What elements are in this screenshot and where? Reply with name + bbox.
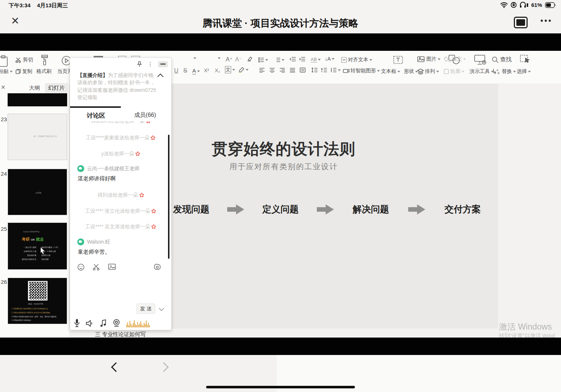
find-button[interactable]: 查找 [492,56,512,64]
slide-thumb-25[interactable]: 毕业设计师的典型规划 考研 OR 就业 一流企业入场券名校研究生入场更好的待遇相… [8,222,67,270]
tab-members[interactable]: 成员(66) [134,111,156,119]
microphone-icon[interactable] [74,319,80,327]
align-right-icon[interactable] [279,68,285,74]
flow-step: 定义问题 [262,203,299,215]
line-spacing-icon[interactable] [311,68,318,74]
present-tools-button[interactable]: 演示工具 [470,68,494,75]
format-painter-button[interactable]: 格式刷 [36,68,52,75]
strikethrough-button[interactable]: S [183,68,187,74]
paste-button[interactable]: 粘贴 [0,68,13,75]
bullet-list-button[interactable] [258,57,268,62]
align-left-icon[interactable] [259,68,265,74]
font-color-button[interactable]: A [192,68,200,75]
webcam-icon[interactable] [112,319,120,327]
clock: 下午3:34 [9,2,30,9]
spacing-options-button[interactable] [330,68,341,73]
page-title: 腾讯课堂 · 项目实战设计方法与策略 [0,17,561,30]
send-button[interactable]: 发 送 [136,303,155,314]
replace-button[interactable]: AB 替换 [493,68,516,75]
smart-graphic-button[interactable]: 转智能图形 [343,68,380,74]
active-tab-indicator [70,106,121,108]
arrow-right-icon [317,204,334,215]
slide-number: 23 [1,116,7,122]
tab-discussion[interactable]: 讨论区 [87,111,105,120]
numbered-list-button[interactable] [275,57,284,62]
cut-button[interactable]: 剪切 [15,57,33,63]
avatar [77,238,84,245]
slide-number: 26 [1,279,7,285]
slide-thumb-23[interactable]: 做一个基础的产品定位切入点 [8,114,67,160]
gift-message: y送给老师一朵 [70,151,171,157]
slide-thumb-26[interactable]: 微信：drowm0725 1. 23套腾讯设计师内部图表工业设计参考案例汇总 2… [8,278,67,324]
chat-user: Walson.旺 [77,238,110,245]
paragraph-spacing-icon[interactable] [321,68,327,74]
font-size-dropdown[interactable] [218,57,221,59]
font-name-dropdown[interactable] [193,57,196,59]
pin-icon[interactable] [137,61,142,67]
slide-thumbnail-panel: 23 做一个基础的产品定位切入点 24 !大演百程 25 毕业设计师的典型规划 … [0,93,69,338]
tab-outline[interactable]: 大纲 [29,85,40,91]
decrease-indent-icon[interactable] [290,57,296,63]
image-icon[interactable] [108,264,116,270]
phonetic-guide-button[interactable]: 文 [225,66,235,73]
arrange-button[interactable]: 排列 [417,68,439,75]
flower-icon [135,151,140,156]
copy-button[interactable]: 复制 [15,68,32,75]
superscript-button[interactable]: X² [204,68,209,73]
outline-button: 轮廓 [443,68,464,75]
wifi-icon [500,2,508,8]
align-text-button[interactable]: 对齐文本 [341,57,372,63]
distribute-icon[interactable] [300,68,306,74]
pane-tab-bar: ✕ 大纲 幻灯片 [0,82,69,93]
gift-message: 工设****麦家值送给老师一朵 [70,135,171,141]
svg-text:B: B [497,72,499,75]
textbox-icon[interactable] [393,55,404,66]
home-indicator[interactable] [206,386,355,388]
present-tools-icon[interactable] [474,54,487,66]
slide-number: 25 [1,226,7,232]
increase-font-icon[interactable]: A⁺ [226,56,233,63]
clear-format-icon[interactable] [246,56,253,64]
increase-indent-icon[interactable] [299,57,306,63]
pane-close-icon[interactable]: ✕ [1,84,5,91]
select-button[interactable]: 选择 [517,68,531,75]
shapes-button[interactable]: 形状 [404,68,418,75]
subscript-button[interactable]: X₂ [215,68,220,73]
align-center-icon[interactable] [269,68,275,74]
prev-page-chevron-icon[interactable] [111,362,121,372]
picture-in-picture-icon[interactable] [514,17,528,28]
underline-button[interactable]: U [174,68,179,74]
flower-icon [151,224,156,229]
slide-thumb-partial[interactable] [8,93,67,106]
rotation-lock-icon [511,2,517,8]
format-painter-icon[interactable] [39,54,50,67]
justify-icon[interactable] [290,68,295,74]
chat-settings-gear-icon[interactable] [153,264,161,271]
chat-message: 湛老师讲得好啊 [78,175,116,182]
slide-thumb-24[interactable]: !大演百程 [8,169,67,215]
panel-more-icon[interactable]: ⋮ [147,61,153,68]
screenshot-scissors-icon[interactable] [93,264,100,270]
more-options-icon[interactable] [541,20,551,22]
chat-scrollbar[interactable] [168,135,169,259]
music-note-icon[interactable] [100,319,107,327]
highlight-button[interactable] [238,67,249,73]
select-icon[interactable] [520,54,531,66]
decrease-font-icon[interactable]: A⁻ [235,56,242,63]
collapse-announcement-icon[interactable] [157,74,164,80]
send-options-chevron-icon[interactable] [159,306,164,311]
picture-button[interactable]: 图片 [417,56,441,62]
char-spacing-button[interactable]: AB [311,57,321,62]
speaker-icon[interactable] [86,319,94,327]
tab-slides[interactable]: 幻灯片 [45,83,68,93]
emoji-icon[interactable] [77,264,85,271]
audio-waveform [126,319,150,327]
textbox-button[interactable]: 文本框 [381,68,400,75]
chat-message: 童老师辛苦。 [78,249,110,256]
clipped-text-line: 三 专业性论证如何写 [95,331,168,338]
chat-user: 云尚-一条线建模王老师 [77,165,140,172]
paste-icon[interactable] [0,55,9,69]
minimize-icon[interactable] [158,61,168,67]
text-direction-button[interactable]: ↓A [325,56,335,62]
next-page-chevron-icon[interactable] [159,362,169,372]
